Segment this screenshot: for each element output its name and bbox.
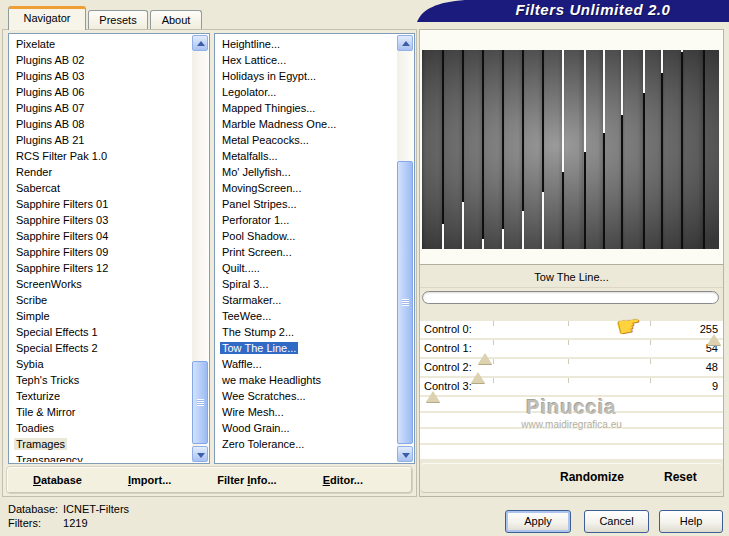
list-item[interactable]: Transparency — [10, 452, 192, 462]
list-item[interactable]: Metalfalls... — [216, 148, 397, 164]
slider-track[interactable]: Control 0:255 — [420, 321, 723, 338]
list-item[interactable]: Mapped Thingies... — [216, 100, 397, 116]
scroll-up-button[interactable] — [397, 35, 413, 51]
scroll-up-button[interactable] — [192, 35, 208, 51]
list-item[interactable]: we make Headlights — [216, 372, 397, 388]
list-item[interactable]: TeeWee... — [216, 308, 397, 324]
preview-stripe — [502, 50, 504, 229]
slider-tick — [650, 378, 651, 383]
list-item[interactable]: Wood Grain... — [216, 420, 397, 436]
list-item[interactable]: Plugins AB 06 — [10, 84, 192, 100]
list-item[interactable]: Pool Shadow... — [216, 228, 397, 244]
filter-scrollbar[interactable] — [397, 35, 413, 462]
list-item[interactable]: Perforator 1... — [216, 212, 397, 228]
preview-stripe — [502, 229, 504, 249]
list-item[interactable]: Scribe — [10, 292, 192, 308]
list-item[interactable]: Tramages — [10, 436, 192, 452]
list-item[interactable]: Quilt..... — [216, 260, 397, 276]
randomize-button[interactable]: Randomize — [560, 470, 624, 484]
tab-presets[interactable]: Presets — [88, 10, 148, 29]
list-item[interactable]: Starmaker... — [216, 292, 397, 308]
list-item[interactable]: Special Effects 2 — [10, 340, 192, 356]
reset-button[interactable]: Reset — [664, 470, 697, 484]
list-item[interactable]: Sybia — [10, 356, 192, 372]
help-button[interactable]: Help — [659, 510, 723, 533]
preview-stripe — [584, 152, 586, 249]
list-item[interactable]: Tow The Line... — [216, 340, 397, 356]
list-item[interactable]: Toadies — [10, 420, 192, 436]
list-item-label: Plugins AB 02 — [14, 54, 87, 66]
list-item[interactable]: Plugins AB 21 — [10, 132, 192, 148]
preview-stripe — [462, 202, 464, 249]
list-item[interactable]: Teph's Tricks — [10, 372, 192, 388]
list-item[interactable]: Pixelate — [10, 36, 192, 52]
slider-track[interactable]: Control 1:54 — [420, 340, 723, 357]
slider-value: 9 — [712, 380, 718, 392]
list-item-label: Wood Grain... — [220, 422, 292, 434]
list-item[interactable]: Plugins AB 02 — [10, 52, 192, 68]
list-item[interactable]: Sapphire Filters 01 — [10, 196, 192, 212]
list-item[interactable]: Metal Peacocks... — [216, 132, 397, 148]
list-item[interactable]: ScreenWorks — [10, 276, 192, 292]
list-item-label: Legolator... — [220, 86, 278, 98]
slider-thumb[interactable] — [471, 372, 485, 383]
list-item[interactable]: Plugins AB 07 — [10, 100, 192, 116]
list-item[interactable]: Render — [10, 164, 192, 180]
scroll-down-button[interactable] — [397, 446, 413, 462]
scroll-thumb[interactable] — [192, 361, 208, 444]
list-item-label: Simple — [14, 310, 52, 322]
list-item[interactable]: Plugins AB 03 — [10, 68, 192, 84]
list-item[interactable]: Sapphire Filters 09 — [10, 244, 192, 260]
category-scrollbar[interactable] — [192, 35, 208, 462]
preview-stripe — [542, 192, 544, 249]
list-item[interactable]: Waffle... — [216, 356, 397, 372]
list-item[interactable]: Texturize — [10, 388, 192, 404]
list-item[interactable]: The Stump 2... — [216, 324, 397, 340]
list-item[interactable]: Zero Tolerance... — [216, 436, 397, 452]
list-item[interactable]: Sabercat — [10, 180, 192, 196]
list-item-label: Plugins AB 08 — [14, 118, 87, 130]
filter-info----button[interactable]: Filter Info... — [217, 474, 276, 486]
slider-thumb[interactable] — [707, 334, 721, 345]
list-item[interactable]: Hex Lattice... — [216, 52, 397, 68]
list-item[interactable]: MovingScreen... — [216, 180, 397, 196]
tab-navigator[interactable]: Navigator — [8, 6, 86, 30]
preview-image[interactable] — [422, 50, 719, 249]
list-item[interactable]: Legolator... — [216, 84, 397, 100]
scroll-down-button[interactable] — [192, 446, 208, 462]
list-item[interactable]: Simple — [10, 308, 192, 324]
title-banner: Filters Unlimited 2.0 — [417, 0, 729, 22]
list-item[interactable]: Holidays in Egypt... — [216, 68, 397, 84]
preview-stripe — [603, 133, 605, 249]
apply-button[interactable]: Apply — [505, 510, 571, 533]
tab-about[interactable]: About — [150, 10, 202, 29]
list-item-label: Plugins AB 06 — [14, 86, 87, 98]
slider-thumb[interactable] — [426, 391, 440, 402]
status-database-value: ICNET-Filters — [63, 503, 129, 515]
cancel-button[interactable]: Cancel — [584, 510, 649, 533]
list-item[interactable]: Wire Mesh... — [216, 404, 397, 420]
list-item[interactable]: Mo' Jellyfish... — [216, 164, 397, 180]
slider-track[interactable]: Control 3:9 — [420, 378, 723, 395]
list-item[interactable]: Sapphire Filters 04 — [10, 228, 192, 244]
list-item[interactable]: Print Screen... — [216, 244, 397, 260]
scroll-thumb[interactable] — [397, 161, 413, 444]
list-item[interactable]: Marble Madness One... — [216, 116, 397, 132]
list-item[interactable]: Tile & Mirror — [10, 404, 192, 420]
list-item[interactable]: Plugins AB 08 — [10, 116, 192, 132]
slider-track[interactable]: Control 2:48 — [420, 359, 723, 376]
list-item[interactable]: RCS Filter Pak 1.0 — [10, 148, 192, 164]
list-item-label: Holidays in Egypt... — [220, 70, 318, 82]
database-button[interactable]: Database — [33, 474, 82, 486]
list-item[interactable]: Heightline... — [216, 36, 397, 52]
list-item[interactable]: Panel Stripes... — [216, 196, 397, 212]
list-item[interactable]: Spiral 3... — [216, 276, 397, 292]
import----button[interactable]: Import... — [128, 474, 171, 486]
list-item[interactable]: Sapphire Filters 12 — [10, 260, 192, 276]
list-item[interactable]: Special Effects 1 — [10, 324, 192, 340]
editor----button[interactable]: Editor... — [323, 474, 363, 486]
list-item[interactable]: Sapphire Filters 03 — [10, 212, 192, 228]
slider-thumb[interactable] — [478, 353, 492, 364]
list-item[interactable]: Wee Scratches... — [216, 388, 397, 404]
status-bar: Database: ICNET-Filters Filters: 1219 — [8, 502, 129, 530]
